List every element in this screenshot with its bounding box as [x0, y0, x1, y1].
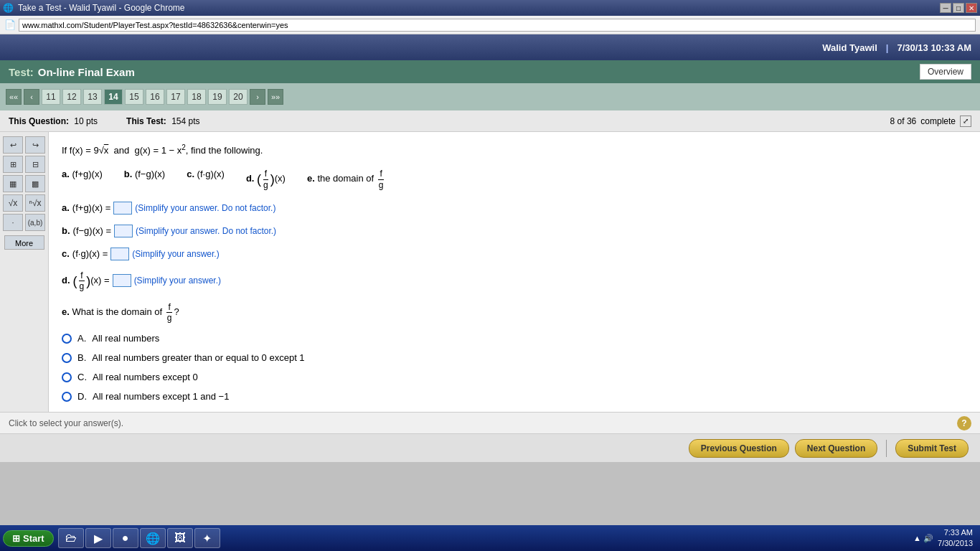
taskbar-item-record[interactable]: ● — [113, 528, 138, 548]
submit-test-button[interactable]: Submit Test — [895, 439, 969, 458]
minimize-button[interactable]: ─ — [940, 3, 951, 13]
part-b-equation: (f−g)(x) = — [73, 225, 111, 236]
taskbar-item-chrome[interactable]: 🌐 — [140, 528, 166, 548]
part-c-input[interactable] — [110, 248, 129, 260]
nav-last-button[interactable]: »» — [268, 89, 283, 105]
window-controls[interactable]: ─ □ ✕ — [940, 3, 977, 13]
question-pts-section: This Question: 10 pts — [9, 116, 98, 126]
question-content: If f(x) = 9√x and g(x) = 1 − x2, find th… — [49, 132, 980, 412]
more-button[interactable]: More — [4, 235, 44, 250]
start-label: Start — [23, 533, 44, 544]
expand-icon[interactable]: ⤢ — [960, 116, 971, 127]
info-bar: This Question: 10 pts This Test: 154 pts… — [0, 110, 980, 132]
dot1-button[interactable]: · — [3, 214, 23, 231]
radio-a-label: A. — [77, 333, 86, 344]
part-a-hint: (Simplify your answer. Do not factor.) — [135, 203, 275, 213]
part-b-label: b. — [62, 225, 70, 236]
part-a-label: a. — [62, 202, 70, 213]
action-divider — [886, 440, 887, 457]
nav-page-12[interactable]: 12 — [62, 89, 81, 105]
nav-page-17[interactable]: 17 — [166, 89, 185, 105]
part-c-label: c. — [62, 248, 70, 259]
overview-button[interactable]: Overview — [920, 64, 971, 80]
title-bar: 🌐 Take a Test - Walid Tyawil - Google Ch… — [0, 0, 980, 16]
taskbar-item-photos[interactable]: 🖼 — [167, 528, 193, 548]
radio-a-circle[interactable] — [62, 334, 72, 344]
start-button[interactable]: ⊞ Start — [3, 530, 54, 547]
radio-d-circle[interactable] — [62, 392, 72, 402]
taskbar-item-media[interactable]: ▶ — [85, 528, 111, 548]
part-a-header: a. (f+g)(x) — [62, 169, 103, 190]
part-e-question-row: e. What is the domain of fg? — [62, 302, 967, 324]
parts-header-row: a. (f+g)(x) b. (f−g)(x) c. (f·g)(x) d. (… — [62, 169, 967, 190]
taskbar: ⊞ Start 🗁 ▶ ● 🌐 🖼 ✦ ▲ 🔊 7:33 AM 7/30/201… — [0, 525, 980, 551]
radio-b-circle[interactable] — [62, 353, 72, 363]
radio-option-d[interactable]: D. All real numbers except 1 and −1 — [62, 391, 967, 402]
nav-page-20[interactable]: 20 — [229, 89, 248, 105]
question-pts-value: 10 pts — [74, 116, 98, 126]
url-input[interactable] — [19, 19, 976, 32]
nav-page-14[interactable]: 14 — [104, 89, 123, 105]
sqrt2-button[interactable]: ⁿ√x — [25, 194, 45, 212]
browser-title: Take a Test - Walid Tyawil - Google Chro… — [18, 3, 185, 13]
taskbar-item-app[interactable]: ✦ — [194, 528, 220, 548]
progress-section: 8 of 36 complete ⤢ — [890, 116, 971, 127]
nav-page-15[interactable]: 15 — [125, 89, 143, 105]
taskbar-items: 🗁 ▶ ● 🌐 🖼 ✦ — [58, 528, 220, 548]
maximize-button[interactable]: □ — [953, 3, 964, 13]
test-header: Test: On-line Final Exam Overview — [0, 60, 980, 83]
radio-option-c[interactable]: C. All real numbers except 0 — [62, 372, 967, 382]
sqrt1-button[interactable]: √x — [3, 194, 23, 212]
nav-page-18[interactable]: 18 — [187, 89, 206, 105]
clock-time: 7:33 AM — [938, 527, 973, 538]
nav-page-13[interactable]: 13 — [83, 89, 102, 105]
radio-c-label: C. — [77, 372, 87, 382]
click-hint: Click to select your answer(s). — [9, 418, 123, 428]
help-button[interactable]: ? — [957, 416, 971, 430]
part-d-hint: (Simplify your answer.) — [134, 276, 221, 286]
part-d-row: d. ( fg ) (x) = (Simplify your answer.) — [62, 270, 967, 292]
part-b-hint: (Simplify your answer. Do not factor.) — [136, 226, 276, 236]
taskbar-item-folder[interactable]: 🗁 — [58, 528, 84, 548]
tbl2-button[interactable]: ▩ — [25, 175, 45, 192]
part-d-equation: ( fg ) (x) = — [73, 270, 110, 292]
nav-page-11[interactable]: 11 — [42, 89, 60, 105]
nav-bar: «« ‹ 11 12 13 14 15 16 17 18 19 20 › »» — [0, 83, 980, 110]
nav-page-16[interactable]: 16 — [146, 89, 164, 105]
nav-next-button[interactable]: › — [250, 89, 265, 105]
nav-first-button[interactable]: «« — [6, 89, 22, 105]
next-question-button[interactable]: Next Question — [795, 439, 877, 458]
part-c-hint: (Simplify your answer.) — [132, 249, 219, 259]
radio-d-text: All real numbers except 1 and −1 — [93, 391, 229, 402]
part-e-label: e. — [62, 306, 70, 317]
radio-a-text: All real numbers — [92, 333, 159, 344]
test-label: Test: — [9, 66, 34, 78]
nav-prev-button[interactable]: ‹ — [24, 89, 39, 105]
user-name: Walid Tyawil — [822, 42, 877, 53]
radio-c-circle[interactable] — [62, 372, 72, 382]
nav-page-19[interactable]: 19 — [208, 89, 227, 105]
close-button[interactable]: ✕ — [966, 3, 977, 13]
page-icon: 📄 — [4, 19, 16, 30]
tool-row-2: ⊞ ⊟ — [3, 156, 45, 173]
part-b-input[interactable] — [114, 225, 133, 237]
radio-option-a[interactable]: A. All real numbers — [62, 333, 967, 344]
part-a-row: a. (f+g)(x) = (Simplify your answer. Do … — [62, 202, 967, 215]
redo-button[interactable]: ↪ — [25, 136, 45, 154]
user-datetime: 7/30/13 10:33 AM — [897, 42, 971, 53]
grid2-button[interactable]: ⊟ — [25, 156, 45, 173]
part-d-input[interactable] — [113, 274, 131, 287]
radio-option-b[interactable]: B. All real numbers greater than or equa… — [62, 352, 967, 363]
part-b-header: b. (f−g)(x) — [124, 169, 165, 190]
tbl1-button[interactable]: ▦ — [3, 175, 23, 192]
start-icon: ⊞ — [12, 533, 20, 544]
prev-question-button[interactable]: Previous Question — [689, 439, 789, 458]
part-c-equation: (f·g)(x) = — [72, 248, 108, 259]
grid1-button[interactable]: ⊞ — [3, 156, 23, 173]
part-e-header: e. the domain of fg — [307, 169, 386, 190]
undo-button[interactable]: ↩ — [3, 136, 23, 154]
part-c-row: c. (f·g)(x) = (Simplify your answer.) — [62, 248, 967, 260]
part-a-input[interactable] — [113, 202, 132, 215]
dot2-button[interactable]: (a,b) — [25, 214, 45, 231]
title-bar-left: 🌐 Take a Test - Walid Tyawil - Google Ch… — [3, 3, 185, 13]
